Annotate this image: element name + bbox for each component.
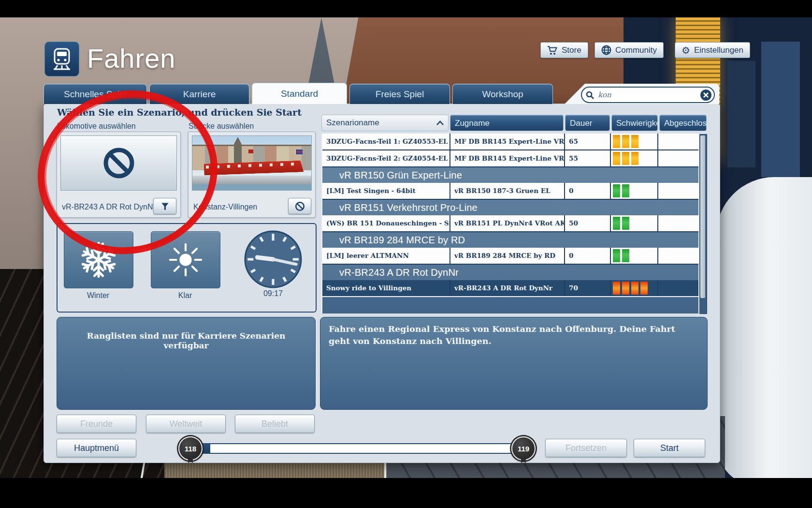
search-input[interactable] [597,90,700,100]
column-header-duration[interactable]: Dauer [565,115,610,131]
hour-hand [257,257,273,259]
difficulty-bar [613,249,620,262]
weather-clear-tile[interactable] [151,231,220,288]
table-cell: MF DB BR145 Expert-Line VRot [450,150,564,166]
time-clock[interactable] [244,230,303,289]
table-cell: MF DB BR145 Expert-Line VRot [450,134,564,149]
level-badge-left[interactable]: 118 [178,436,203,461]
popular-label: Beliebt [261,419,288,429]
column-header-train-name[interactable]: Zugname [450,115,564,131]
loco-picker-card[interactable]: vR-BR243 A DR Rot DynNr [57,132,181,218]
tab-schnelles-spiel[interactable]: Schnelles Spiel [44,84,147,104]
tab-standard[interactable]: Standard [252,83,347,104]
column-label: Abgeschlos [664,119,707,128]
completed-cell [658,183,698,199]
table-row[interactable]: [LM] Test Singen - 64bitvR BR150 187-3 G… [322,183,698,200]
tab-karriere[interactable]: Karriere [149,84,249,104]
level-badge-right[interactable]: 119 [511,436,536,461]
column-label: Dauer [570,119,592,128]
time-value: 09:17 [244,289,303,298]
scenario-description: Fahre einen Regional Express von Konstan… [320,317,707,354]
table-cell: [LM] leerer ALTMANN [322,248,450,264]
difficulty-bars [611,150,657,166]
difficulty-bar [613,152,620,165]
search-icon [586,91,594,99]
table-scrollbar[interactable] [699,134,707,314]
worldwide-label: Weltweit [170,419,203,429]
column-header-scenario-name[interactable]: Szenarioname [321,115,449,131]
globe-icon [601,45,611,55]
resume-button[interactable]: Fortsetzen [545,439,627,457]
search-clear-button[interactable] [700,90,711,101]
tab-label: Schnelles Spiel [64,89,127,100]
table-row[interactable]: 3DZUG-Facns-Teil 1: GZ40553-ELMF DB BR14… [322,134,698,150]
friends-button[interactable]: Freunde [57,415,136,433]
table-row[interactable]: 3DZUG-Facns-Teil 2: GZ40554-ELMF DB BR14… [322,150,698,167]
settings-button[interactable]: ⚙ Einstellungen [675,42,750,58]
column-label: Zugname [455,119,490,128]
community-label: Community [615,45,657,55]
route-thumb-bridge [192,176,311,184]
sort-asc-icon [436,120,444,125]
tab-workshop[interactable]: Workshop [452,84,553,104]
badge-value: 119 [518,445,529,453]
table-group-header[interactable]: vR-BR243 A DR Rot DynNr [322,265,698,280]
badge-value: 118 [185,445,196,453]
column-header-completed[interactable]: Abgeschlos [659,115,707,131]
table-row[interactable]: (WS) BR 151 Donaueschingen - SingenvR BR… [322,215,698,232]
store-button[interactable]: Store [540,42,588,58]
search-box[interactable] [581,87,715,103]
main-menu-button[interactable]: Hauptmenü [57,439,136,457]
worldwide-button[interactable]: Weltweit [146,415,226,433]
popular-button[interactable]: Beliebt [235,415,315,433]
loco-filter-button[interactable] [153,198,176,214]
weather-winter-tile[interactable] [64,231,133,288]
table-group-header[interactable]: vR BR150 Grün Expert-Line [322,167,698,183]
background-tower [761,42,800,177]
table-cell: 50 [565,215,610,231]
difficulty-bar [622,249,629,262]
progress-track[interactable] [189,443,524,454]
clock-icon [244,230,303,289]
table-row[interactable]: [LM] leerer ALTMANNvR BR189 284 MRCE by … [322,248,698,265]
difficulty-bars [611,215,657,231]
route-clear-button[interactable] [288,198,311,214]
table-cell: 0 [565,248,610,264]
scenario-table-body: 3DZUG-Facns-Teil 1: GZ40553-ELMF DB BR14… [321,134,699,314]
table-group-header[interactable]: vR BR189 284 MRCE by RD [322,232,698,248]
table-row[interactable]: Snowy ride to VillingenvR-BR243 A DR Rot… [322,280,698,297]
table-cell: vR-BR243 A DR Rot DynNr [450,280,564,296]
weather-winter-label: Winter [64,291,132,300]
table-cell: vR BR189 284 MRCE by RD [450,248,564,264]
column-header-difficulty[interactable]: Schwierigke [611,115,658,131]
difficulty-bar [631,282,638,295]
screen: Fahren Store Community ⚙ Einstellungen S… [0,0,812,508]
loco-select-label: Lokomotive auswählen [57,122,136,131]
snowflake-icon [78,239,119,281]
table-header-row: Szenarioname Zugname Dauer Schwierigke A… [321,115,708,132]
friends-label: Freunde [80,419,113,429]
difficulty-bar [613,282,620,295]
resume-label: Fortsetzen [566,443,607,453]
route-thumb-flag [295,149,303,154]
difficulty-bars [611,183,657,199]
difficulty-bar [613,184,620,197]
completed-cell [658,215,698,231]
letterbox-bottom [0,478,812,508]
prohibition-icon [103,147,135,179]
route-picker-card[interactable]: Konstanz-Villingen [188,132,316,218]
tab-label: Freies Spiel [376,89,424,100]
store-label: Store [562,45,581,55]
start-button[interactable]: Start [634,439,705,457]
difficulty-bar [640,282,648,295]
close-icon [703,92,709,98]
background-tower [727,61,755,167]
table-cell: 0 [565,183,610,199]
tab-freies-spiel[interactable]: Freies Spiel [349,84,450,104]
select-scenario-heading: Wählen Sie ein Szenario, und drücken Sie… [57,107,302,118]
table-group-header[interactable]: vR BR151 Verkehrsrot Pro-Line [322,200,698,215]
difficulty-bar [622,282,629,295]
table-cell: (WS) BR 151 Donaueschingen - Singen [322,215,450,231]
scrollbar-thumb[interactable] [700,135,705,298]
community-button[interactable]: Community [594,42,664,58]
